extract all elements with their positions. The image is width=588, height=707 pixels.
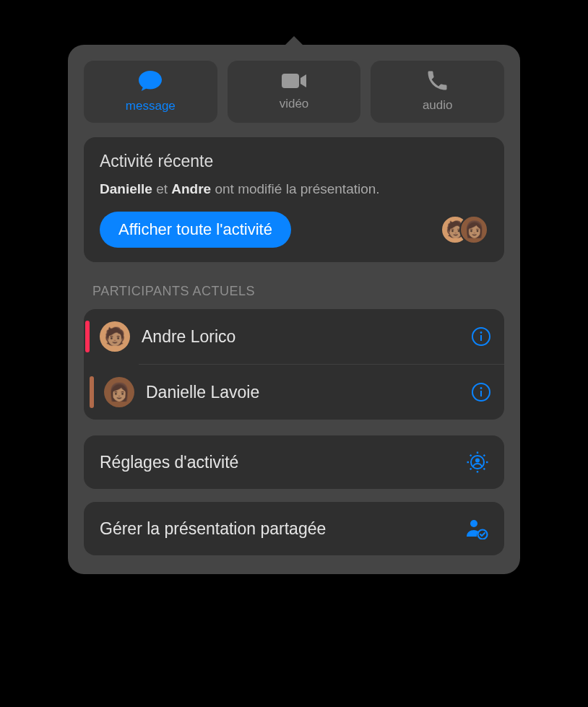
participant-name: Andre Lorico [142, 327, 471, 347]
activity-avatars: 🧑🏽 👩🏽 [441, 215, 488, 244]
message-button[interactable]: message [84, 61, 217, 123]
participant-row[interactable]: 👩🏽Danielle Lavoie [84, 365, 504, 420]
svg-point-16 [475, 459, 480, 463]
participants-list: 🧑🏽Andre Lorico👩🏽Danielle Lavoie [84, 309, 504, 420]
avatar: 👩🏽 [459, 215, 488, 244]
svg-line-12 [470, 455, 472, 456]
audio-button[interactable]: audio [371, 61, 504, 123]
show-all-activity-button[interactable]: Afficher toute l'activité [100, 212, 291, 248]
manage-shared-row[interactable]: Gérer la présentation partagée [84, 502, 504, 555]
avatar: 🧑🏽 [100, 321, 130, 352]
recent-activity-card: Activité récente Danielle et Andre ont m… [84, 137, 504, 262]
activity-settings-row[interactable]: Réglages d'activité [84, 435, 504, 489]
recent-activity-text: Danielle et Andre ont modifié la présent… [100, 181, 488, 197]
activity-person-2: Andre [171, 181, 211, 196]
message-icon [138, 70, 163, 95]
person-check-icon [465, 518, 488, 539]
participant-color-stripe [85, 321, 90, 352]
participant-name: Danielle Lavoie [146, 383, 471, 402]
participant-color-stripe [90, 376, 94, 408]
svg-line-13 [484, 469, 485, 470]
svg-point-2 [480, 331, 483, 334]
info-button[interactable] [471, 326, 491, 347]
video-icon [281, 72, 307, 92]
activity-settings-label: Réglages d'activité [100, 453, 238, 472]
gear-person-icon [467, 451, 488, 473]
popover-caret [284, 36, 304, 46]
svg-line-14 [470, 469, 472, 470]
svg-rect-0 [282, 74, 299, 88]
participant-row[interactable]: 🧑🏽Andre Lorico [84, 309, 504, 364]
phone-icon [428, 71, 448, 94]
info-button[interactable] [471, 382, 491, 402]
popover-body: message vidéo audio Activité récente Dan… [68, 45, 520, 574]
recent-activity-title: Activité récente [100, 152, 488, 171]
video-label: vidéo [280, 97, 309, 111]
avatar: 👩🏽 [104, 377, 134, 407]
video-button[interactable]: vidéo [228, 61, 361, 123]
collaboration-popover: message vidéo audio Activité récente Dan… [68, 36, 520, 576]
message-label: message [126, 99, 176, 113]
svg-point-5 [480, 387, 483, 389]
communication-buttons: message vidéo audio [84, 61, 504, 123]
manage-shared-label: Gérer la présentation partagée [100, 519, 326, 539]
svg-point-17 [470, 520, 477, 527]
audio-label: audio [423, 98, 453, 113]
activity-row: Afficher toute l'activité 🧑🏽 👩🏽 [100, 212, 488, 248]
svg-line-15 [484, 455, 485, 456]
activity-person-1: Danielle [100, 181, 152, 196]
participants-header: PARTICIPANTS ACTUELS [92, 284, 504, 299]
